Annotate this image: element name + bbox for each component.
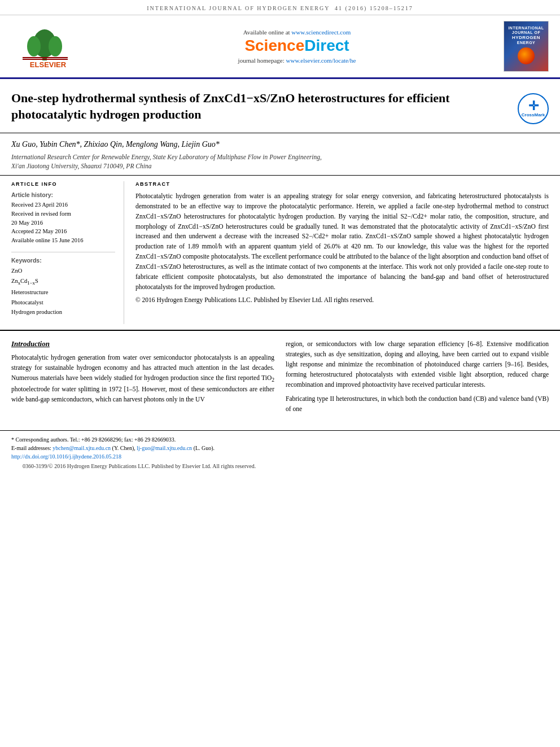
affiliation: International Research Center for Renewa… <box>11 152 549 171</box>
keyword-5: Hydrogen production <box>11 307 115 317</box>
body-section: Introduction Photocatalytic hydrogen gen… <box>0 330 560 427</box>
article-history-group: Article history: Received 23 April 2016 … <box>11 191 115 245</box>
affiliation-line2: Xi'an Jiaotong University, Shaanxi 71004… <box>11 163 151 169</box>
article-info-label: Article Info <box>11 181 115 187</box>
sciencedirect-logo: ScienceDirect <box>102 37 492 55</box>
keywords-list: ZnO ZnxCd1−xS Heterostructure Photocatal… <box>11 266 115 317</box>
crossmark-badge: ✛ CrossMark <box>518 93 549 124</box>
elsevier-logo: ELSEVIER <box>11 21 85 72</box>
introduction-heading: Introduction <box>11 339 274 348</box>
title-section: One-step hydrothermal synthesis of ZnxCd… <box>0 79 560 133</box>
sciencedirect-url-link[interactable]: www.sciencedirect.com <box>291 29 351 36</box>
received-date: Received 23 April 2016 <box>11 200 115 209</box>
email1-person: (Y. Chen), <box>112 445 135 451</box>
abstract-column: Abstract Photocatalytic hydrogen generat… <box>135 181 549 324</box>
journal-cover-thumbnail: International Journal of HYDROGEN ENERGY <box>504 21 549 72</box>
article-info-abstract-section: Article Info Article history: Received 2… <box>0 175 560 330</box>
keyword-3: Heterostructure <box>11 287 115 298</box>
abstract-paragraph: Photocatalytic hydrogen generation from … <box>135 191 549 292</box>
article-title: One-step hydrothermal synthesis of ZnxCd… <box>11 90 506 123</box>
journal-thumbnail-area: International Journal of HYDROGEN ENERGY <box>492 21 549 72</box>
abstract-copyright: © 2016 Hydrogen Energy Publications LLC.… <box>135 295 549 305</box>
corresponding-authors-footnote: * Corresponding authors. Tel.: +86 29 82… <box>11 435 549 444</box>
email-label: E-mail addresses: <box>11 445 51 451</box>
sciencedirect-area: Available online at www.sciencedirect.co… <box>102 29 492 64</box>
available-online-text: Available online at www.sciencedirect.co… <box>102 29 492 36</box>
introduction-body-right: region, or semiconductors with low charg… <box>286 339 549 414</box>
crossmark-icon: ✛ <box>528 99 539 113</box>
keywords-group: Keywords: ZnO ZnxCd1−xS Heterostructure … <box>11 257 115 317</box>
intro-paragraph-right-2: Fabricating type II heterostructures, in… <box>286 394 549 414</box>
footnote-section: * Corresponding authors. Tel.: +86 29 82… <box>0 430 560 476</box>
email-footnote: E-mail addresses: ybchen@mail.xjtu.edu.c… <box>11 444 549 452</box>
svg-point-4 <box>49 36 62 56</box>
journal-cover-title: International Journal of HYDROGEN ENERGY <box>508 26 544 46</box>
body-left-column: Introduction Photocatalytic hydrogen gen… <box>11 339 274 419</box>
introduction-body-left: Photocatalytic hydrogen generation from … <box>11 353 274 404</box>
intro-paragraph-left: Photocatalytic hydrogen generation from … <box>11 353 274 404</box>
keyword-1: ZnO <box>11 266 115 276</box>
accepted-date: Accepted 22 May 2016 <box>11 227 115 236</box>
header-area: ELSEVIER Available online at www.science… <box>0 15 560 79</box>
article-title-area: One-step hydrothermal synthesis of ZnxCd… <box>11 90 506 123</box>
keyword-4: Photocatalyst <box>11 298 115 308</box>
email1-link[interactable]: ybchen@mail.xjtu.edu.cn <box>53 445 111 451</box>
keywords-label: Keywords: <box>11 257 115 264</box>
abstract-text: Photocatalytic hydrogen generation from … <box>135 191 549 305</box>
doi-link[interactable]: http://dx.doi.org/10.1016/j.ijhydene.201… <box>11 453 121 460</box>
corresponding-label: * Corresponding authors. Tel.: +86 29 82… <box>11 436 176 443</box>
journal-homepage-text: journal homepage: www.elsevier.com/locat… <box>102 57 492 64</box>
authors-section: Xu Guo, Yubin Chen*, Zhixiao Qin, Menglo… <box>0 133 560 175</box>
email2-link[interactable]: lj-guo@mail.xjtu.edu.cn <box>137 445 192 451</box>
crossmark-area: ✛ CrossMark <box>518 93 549 124</box>
svg-point-3 <box>27 36 41 56</box>
elsevier-logo-area: ELSEVIER <box>11 21 102 72</box>
abstract-label: Abstract <box>135 181 549 187</box>
journal-banner: International Journal of Hydrogen Energy… <box>0 0 560 15</box>
svg-text:ELSEVIER: ELSEVIER <box>30 60 67 69</box>
journal-homepage-link[interactable]: www.elsevier.com/locate/he <box>286 57 356 64</box>
info-divider <box>11 252 115 252</box>
doi-footnote: http://dx.doi.org/10.1016/j.ijhydene.201… <box>11 452 549 461</box>
received-revised-label: Received in revised form <box>11 209 115 219</box>
affiliation-line1: International Research Center for Renewa… <box>11 154 322 160</box>
received-revised-date: 20 May 2016 <box>11 219 115 228</box>
journal-banner-text: International Journal of Hydrogen Energy… <box>147 5 413 11</box>
email2-person: (L. Guo). <box>194 445 215 451</box>
intro-paragraph-right-1: region, or semiconductors with low charg… <box>286 339 549 390</box>
available-online-date: Available online 15 June 2016 <box>11 236 115 245</box>
keyword-2: ZnxCd1−xS <box>11 276 115 287</box>
article-history-label: Article history: <box>11 191 115 198</box>
authors-line: Xu Guo, Yubin Chen*, Zhixiao Qin, Menglo… <box>11 140 549 149</box>
article-info-column: Article Info Article history: Received 2… <box>11 181 124 324</box>
journal-cover-icon <box>518 47 535 64</box>
crossmark-label: CrossMark <box>522 113 545 118</box>
body-right-column: region, or semiconductors with low charg… <box>286 339 549 419</box>
copyright-bar: 0360-3199/© 2016 Hydrogen Energy Publica… <box>11 461 549 471</box>
